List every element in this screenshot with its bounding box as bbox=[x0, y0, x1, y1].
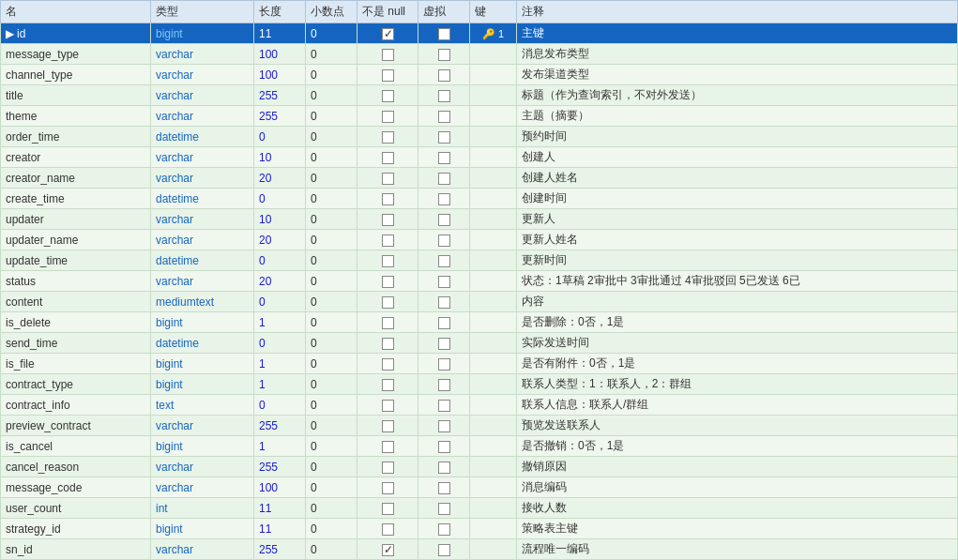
cell-type[interactable]: varchar bbox=[151, 106, 254, 127]
table-row[interactable]: is_cancelbigint10是否撤销：0否，1是 bbox=[1, 436, 958, 457]
cell-virtual[interactable] bbox=[418, 374, 470, 395]
cell-virtual[interactable] bbox=[418, 271, 470, 292]
table-row[interactable]: statusvarchar200状态：1草稿 2审批中 3审批通过 4审批驳回 … bbox=[1, 271, 958, 292]
table-row[interactable]: channel_typevarchar1000发布渠道类型 bbox=[1, 65, 958, 85]
cell-not-null[interactable] bbox=[357, 127, 418, 147]
table-row[interactable]: order_timedatetime00预约时间 bbox=[1, 127, 958, 147]
cell-virtual[interactable] bbox=[418, 477, 470, 498]
cell-virtual[interactable] bbox=[418, 65, 470, 85]
table-row[interactable]: updater_namevarchar200更新人姓名 bbox=[1, 230, 958, 250]
cell-not-null[interactable] bbox=[357, 457, 418, 477]
cell-virtual[interactable] bbox=[418, 230, 470, 250]
cell-virtual[interactable] bbox=[418, 250, 470, 271]
table-row[interactable]: sn_idvarchar2550流程唯一编码 bbox=[1, 539, 958, 560]
cell-not-null[interactable] bbox=[357, 65, 418, 85]
cell-not-null[interactable] bbox=[357, 23, 418, 44]
table-row[interactable]: contentmediumtext00内容 bbox=[1, 292, 958, 312]
table-row[interactable]: strategy_idbigint110策略表主键 bbox=[1, 519, 958, 539]
cell-not-null[interactable] bbox=[357, 395, 418, 416]
cell-virtual[interactable] bbox=[418, 312, 470, 333]
cell-virtual[interactable] bbox=[418, 127, 470, 147]
cell-not-null[interactable] bbox=[357, 230, 418, 250]
table-row[interactable]: update_timedatetime00更新时间 bbox=[1, 250, 958, 271]
cell-virtual[interactable] bbox=[418, 189, 470, 209]
cell-type[interactable]: mediumtext bbox=[151, 292, 254, 312]
cell-not-null[interactable] bbox=[357, 168, 418, 189]
cell-virtual[interactable] bbox=[418, 147, 470, 168]
cell-not-null[interactable] bbox=[357, 498, 418, 519]
cell-not-null[interactable] bbox=[357, 519, 418, 539]
cell-virtual[interactable] bbox=[418, 539, 470, 560]
cell-type[interactable]: varchar bbox=[151, 44, 254, 65]
table-row[interactable]: updatervarchar100更新人 bbox=[1, 209, 958, 230]
cell-not-null[interactable] bbox=[357, 539, 418, 560]
cell-type[interactable]: datetime bbox=[151, 333, 254, 354]
cell-not-null[interactable] bbox=[357, 189, 418, 209]
table-row[interactable]: send_timedatetime00实际发送时间 bbox=[1, 333, 958, 354]
cell-type[interactable]: varchar bbox=[151, 271, 254, 292]
table-row[interactable]: creator_namevarchar200创建人姓名 bbox=[1, 168, 958, 189]
cell-not-null[interactable] bbox=[357, 354, 418, 374]
cell-type[interactable]: text bbox=[151, 395, 254, 416]
cell-virtual[interactable] bbox=[418, 106, 470, 127]
cell-virtual[interactable] bbox=[418, 23, 470, 44]
table-row[interactable]: titlevarchar2550标题（作为查询索引，不对外发送） bbox=[1, 85, 958, 106]
cell-virtual[interactable] bbox=[418, 519, 470, 539]
cell-not-null[interactable] bbox=[357, 271, 418, 292]
cell-type[interactable]: int bbox=[151, 498, 254, 519]
cell-type[interactable]: bigint bbox=[151, 519, 254, 539]
cell-virtual[interactable] bbox=[418, 209, 470, 230]
table-row[interactable]: contract_infotext00联系人信息：联系人/群组 bbox=[1, 395, 958, 416]
cell-type[interactable]: bigint bbox=[151, 374, 254, 395]
table-row[interactable]: ▶idbigint110🔑 1主键 bbox=[1, 23, 958, 44]
cell-not-null[interactable] bbox=[357, 250, 418, 271]
cell-not-null[interactable] bbox=[357, 477, 418, 498]
cell-type[interactable]: varchar bbox=[151, 168, 254, 189]
cell-not-null[interactable] bbox=[357, 416, 418, 436]
cell-virtual[interactable] bbox=[418, 436, 470, 457]
cell-virtual[interactable] bbox=[418, 498, 470, 519]
cell-virtual[interactable] bbox=[418, 168, 470, 189]
cell-not-null[interactable] bbox=[357, 85, 418, 106]
table-row[interactable]: create_timedatetime00创建时间 bbox=[1, 189, 958, 209]
cell-type[interactable]: varchar bbox=[151, 85, 254, 106]
table-row[interactable]: contract_typebigint10联系人类型：1：联系人，2：群组 bbox=[1, 374, 958, 395]
cell-not-null[interactable] bbox=[357, 436, 418, 457]
cell-virtual[interactable] bbox=[418, 354, 470, 374]
table-row[interactable]: preview_contractvarchar2550预览发送联系人 bbox=[1, 416, 958, 436]
cell-type[interactable]: varchar bbox=[151, 230, 254, 250]
cell-type[interactable]: varchar bbox=[151, 416, 254, 436]
cell-virtual[interactable] bbox=[418, 416, 470, 436]
cell-type[interactable]: varchar bbox=[151, 457, 254, 477]
table-row[interactable]: is_deletebigint10是否删除：0否，1是 bbox=[1, 312, 958, 333]
cell-type[interactable]: bigint bbox=[151, 354, 254, 374]
cell-type[interactable]: datetime bbox=[151, 250, 254, 271]
cell-not-null[interactable] bbox=[357, 44, 418, 65]
table-row[interactable]: message_typevarchar1000消息发布类型 bbox=[1, 44, 958, 65]
cell-type[interactable]: varchar bbox=[151, 147, 254, 168]
cell-virtual[interactable] bbox=[418, 292, 470, 312]
cell-type[interactable]: datetime bbox=[151, 189, 254, 209]
table-row[interactable]: cancel_reasonvarchar2550撤销原因 bbox=[1, 457, 958, 477]
cell-virtual[interactable] bbox=[418, 44, 470, 65]
cell-type[interactable]: bigint bbox=[151, 23, 254, 44]
table-row[interactable]: message_codevarchar1000消息编码 bbox=[1, 477, 958, 498]
cell-type[interactable]: datetime bbox=[151, 127, 254, 147]
cell-not-null[interactable] bbox=[357, 106, 418, 127]
table-row[interactable]: creatorvarchar100创建人 bbox=[1, 147, 958, 168]
cell-virtual[interactable] bbox=[418, 457, 470, 477]
cell-not-null[interactable] bbox=[357, 312, 418, 333]
table-row[interactable]: is_filebigint10是否有附件：0否，1是 bbox=[1, 354, 958, 374]
table-row[interactable]: themevarchar2550主题（摘要） bbox=[1, 106, 958, 127]
cell-type[interactable]: varchar bbox=[151, 539, 254, 560]
cell-not-null[interactable] bbox=[357, 333, 418, 354]
cell-not-null[interactable] bbox=[357, 292, 418, 312]
cell-virtual[interactable] bbox=[418, 395, 470, 416]
cell-type[interactable]: bigint bbox=[151, 312, 254, 333]
cell-virtual[interactable] bbox=[418, 333, 470, 354]
table-row[interactable]: user_countint110接收人数 bbox=[1, 498, 958, 519]
cell-not-null[interactable] bbox=[357, 209, 418, 230]
cell-type[interactable]: varchar bbox=[151, 477, 254, 498]
cell-not-null[interactable] bbox=[357, 147, 418, 168]
cell-type[interactable]: varchar bbox=[151, 65, 254, 85]
